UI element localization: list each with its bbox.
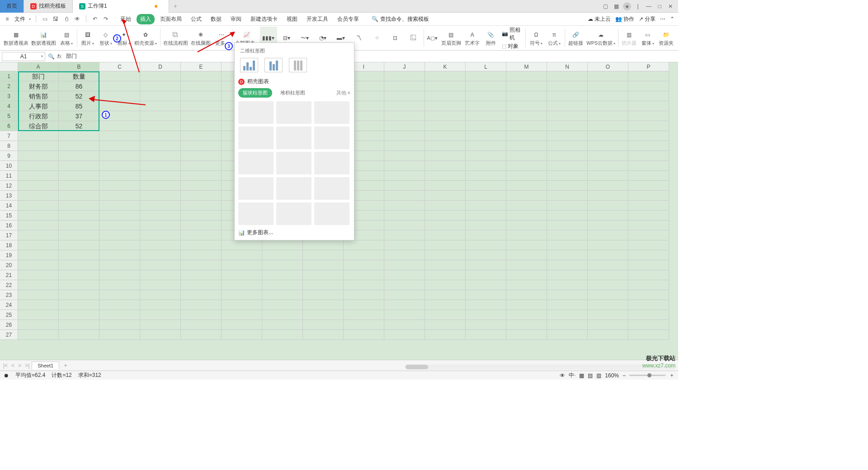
- cell[interactable]: [140, 300, 181, 310]
- cell[interactable]: [628, 270, 669, 280]
- cell[interactable]: [222, 260, 262, 270]
- menu-review[interactable]: 审阅: [227, 14, 245, 24]
- cell[interactable]: [588, 121, 628, 131]
- column-header[interactable]: P: [628, 62, 669, 71]
- cell[interactable]: [628, 290, 669, 300]
- cell[interactable]: [99, 320, 140, 330]
- zoom-slider[interactable]: [629, 375, 665, 376]
- cell[interactable]: [547, 111, 588, 121]
- form-button[interactable]: ▭窗体: [639, 27, 656, 49]
- cell[interactable]: [547, 280, 588, 290]
- row-header[interactable]: 23: [0, 290, 18, 300]
- cell[interactable]: [140, 91, 181, 101]
- cell[interactable]: [384, 260, 425, 270]
- cell[interactable]: [506, 111, 547, 121]
- cell[interactable]: [384, 290, 425, 300]
- cell[interactable]: [547, 161, 588, 171]
- cell[interactable]: [384, 310, 425, 320]
- cell[interactable]: [59, 161, 99, 171]
- menu-insert[interactable]: 插入: [137, 14, 155, 24]
- cell[interactable]: [140, 191, 181, 201]
- cell[interactable]: [262, 330, 303, 340]
- chart-template[interactable]: [238, 177, 274, 200]
- cell[interactable]: [384, 71, 425, 81]
- cell[interactable]: [344, 290, 384, 300]
- cell[interactable]: [59, 280, 99, 290]
- cell[interactable]: [384, 81, 425, 91]
- cell[interactable]: [303, 320, 344, 330]
- cell[interactable]: [344, 240, 384, 250]
- chart-template[interactable]: [314, 202, 349, 225]
- cell[interactable]: [140, 171, 181, 181]
- cell[interactable]: [506, 121, 547, 131]
- cell[interactable]: [628, 71, 669, 81]
- cell[interactable]: [181, 111, 222, 121]
- row-header[interactable]: 3: [0, 91, 18, 101]
- cell[interactable]: [466, 221, 506, 230]
- cell[interactable]: [99, 71, 140, 81]
- cell[interactable]: [547, 141, 588, 151]
- cell[interactable]: [181, 250, 222, 260]
- search-box[interactable]: 🔍 查找命令、搜索模板: [372, 15, 429, 23]
- menu-data[interactable]: 数据: [207, 14, 225, 24]
- select-all-corner[interactable]: [0, 62, 18, 71]
- shape-button[interactable]: ◇形状: [97, 27, 114, 49]
- chart-template[interactable]: [238, 202, 274, 225]
- cell[interactable]: [547, 240, 588, 250]
- slicer-button[interactable]: ▥切片器: [620, 27, 638, 49]
- hyperlink-button[interactable]: 🔗超链接: [567, 27, 585, 49]
- cell[interactable]: [547, 121, 588, 131]
- cell[interactable]: [466, 250, 506, 260]
- cell[interactable]: [425, 230, 466, 240]
- cell[interactable]: [628, 151, 669, 161]
- cell[interactable]: [628, 91, 669, 101]
- column-header[interactable]: E: [181, 62, 222, 71]
- cell[interactable]: 86: [59, 81, 99, 91]
- cell[interactable]: [384, 151, 425, 161]
- cell[interactable]: [18, 221, 59, 230]
- row-header[interactable]: 7: [0, 131, 18, 141]
- cell[interactable]: [466, 81, 506, 91]
- cell[interactable]: [588, 310, 628, 320]
- cell[interactable]: [628, 201, 669, 211]
- row-header[interactable]: 11: [0, 171, 18, 181]
- cell[interactable]: [262, 260, 303, 270]
- cloud-status[interactable]: ☁ 未上云: [588, 15, 611, 23]
- stacked-tab[interactable]: 堆积柱形图: [276, 88, 310, 98]
- cell[interactable]: [588, 270, 628, 280]
- cell[interactable]: [181, 320, 222, 330]
- cell[interactable]: [344, 300, 384, 310]
- cell[interactable]: [588, 201, 628, 211]
- cell[interactable]: [18, 240, 59, 250]
- cell[interactable]: [466, 330, 506, 340]
- cell[interactable]: [140, 320, 181, 330]
- cell[interactable]: [181, 121, 222, 131]
- cell[interactable]: 37: [59, 111, 99, 121]
- cell[interactable]: [425, 131, 466, 141]
- menu-view[interactable]: 视图: [283, 14, 301, 24]
- cell[interactable]: [506, 91, 547, 101]
- cell[interactable]: [181, 161, 222, 171]
- cell[interactable]: [99, 290, 140, 300]
- clustered-tab[interactable]: 簇状柱形图: [238, 88, 272, 98]
- cell[interactable]: [425, 91, 466, 101]
- cell[interactable]: [59, 260, 99, 270]
- cell[interactable]: [425, 181, 466, 191]
- cell[interactable]: [181, 201, 222, 211]
- cell[interactable]: [466, 71, 506, 81]
- cell[interactable]: [466, 161, 506, 171]
- cell[interactable]: [588, 81, 628, 91]
- cell[interactable]: [99, 161, 140, 171]
- cell[interactable]: [99, 101, 140, 111]
- cell[interactable]: [628, 81, 669, 91]
- cell[interactable]: [547, 290, 588, 300]
- cell[interactable]: [181, 211, 222, 221]
- cell[interactable]: [466, 151, 506, 161]
- row-header[interactable]: 21: [0, 270, 18, 280]
- next-sheet-button[interactable]: >: [17, 362, 23, 369]
- cell[interactable]: [588, 141, 628, 151]
- cell[interactable]: [588, 171, 628, 181]
- scatter-chart-button[interactable]: ⁘: [368, 27, 386, 49]
- cell[interactable]: [181, 290, 222, 300]
- cell[interactable]: [588, 151, 628, 161]
